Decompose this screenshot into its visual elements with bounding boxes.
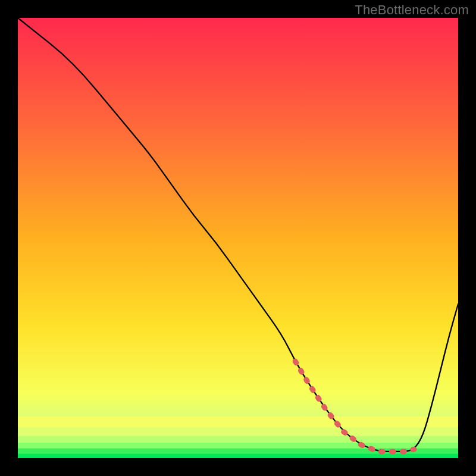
bg-stripe	[18, 454, 458, 458]
gradient-background	[18, 18, 458, 458]
bg-stripe	[18, 427, 458, 436]
bg-stripe	[18, 443, 458, 449]
bg-stripe	[18, 436, 458, 443]
bottleneck-chart	[0, 0, 476, 476]
chart-container: TheBottleneck.com	[0, 0, 476, 476]
bg-stripe	[18, 416, 458, 428]
